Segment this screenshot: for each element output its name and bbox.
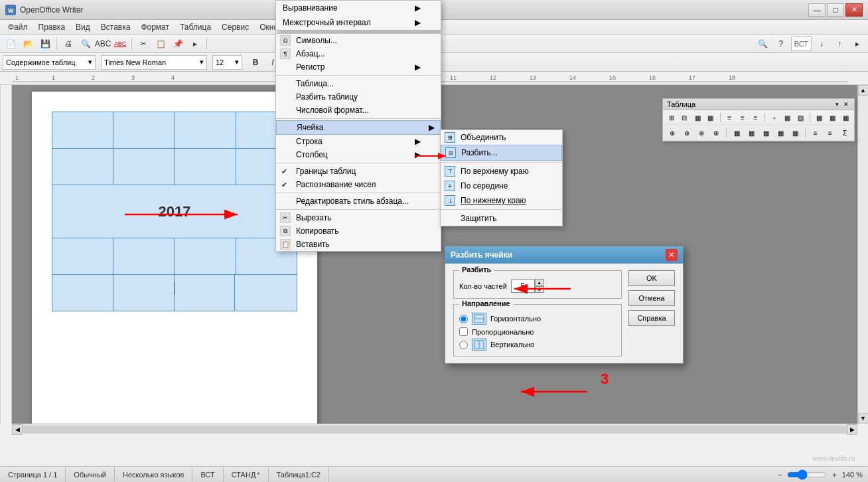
spin-up[interactable]: ▲ <box>535 279 544 285</box>
menu-align[interactable]: Выравнивание ▶ <box>276 1 441 15</box>
tt-collapse[interactable]: ▾ <box>833 100 841 108</box>
tt-row-2[interactable]: ⊕ <box>680 127 693 139</box>
menu-edit[interactable]: Правка <box>33 21 71 33</box>
scroll-right-button[interactable]: ▶ <box>847 424 857 435</box>
spellcheck-button[interactable]: ABC <box>95 37 111 51</box>
tt-col-1[interactable]: ▦ <box>730 127 743 139</box>
preview-button[interactable]: 🔍 <box>78 37 94 51</box>
cell-align-mid[interactable]: ≡ По середине <box>441 179 562 193</box>
more-button[interactable]: ▸ <box>187 37 203 51</box>
cancel-button[interactable]: Отмена <box>628 290 675 306</box>
menu-row[interactable]: Строка ▶ <box>276 135 441 148</box>
tt-btn-1[interactable]: ⊞ <box>666 112 678 123</box>
size-dropdown[interactable]: 12 ▾ <box>212 55 242 70</box>
print-button[interactable]: 🖨 <box>60 37 76 51</box>
spellcheck2-button[interactable]: ABC <box>112 37 128 51</box>
tt-row-3[interactable]: ⊕ <box>695 127 708 139</box>
tt-row-1[interactable]: ⊕ <box>666 127 679 139</box>
tt-align-top[interactable]: ≡ <box>723 112 735 123</box>
cell-align-top[interactable]: ⊤ По верхнему краю <box>441 164 562 179</box>
scroll-left-button[interactable]: ◀ <box>12 424 23 435</box>
menu-insert[interactable]: Вставка <box>96 21 136 33</box>
scroll-down-button[interactable]: ▼ <box>858 413 869 424</box>
tt-more-2[interactable]: ▦ <box>827 112 839 123</box>
bold-button[interactable]: B <box>248 55 263 70</box>
proportional-check[interactable] <box>459 327 468 336</box>
menu-edit-style[interactable]: Редактировать стиль абзаца... <box>276 195 441 208</box>
zoom-slider[interactable] <box>787 469 827 480</box>
cut-button[interactable]: ✂ <box>135 37 151 51</box>
tt-btn-2[interactable]: ⊟ <box>679 112 691 123</box>
tt-borders-2[interactable]: ▦ <box>705 112 717 123</box>
menu-table-props[interactable]: Таблица... <box>276 77 441 90</box>
insert-mode[interactable]: ВСТ <box>192 467 223 482</box>
copy-button[interactable]: 📋 <box>153 37 169 51</box>
paste-button[interactable]: 📌 <box>170 37 186 51</box>
spin-down[interactable]: ▼ <box>535 286 544 293</box>
find-input[interactable]: ВСТ <box>794 40 808 48</box>
menu-format[interactable]: Формат <box>135 21 175 33</box>
find-prev[interactable]: ↑ <box>832 37 847 51</box>
cell-align-bottom[interactable]: ⊥ По нижнему краю <box>441 193 562 208</box>
close-button[interactable]: ✕ <box>845 3 863 17</box>
menu-split-table[interactable]: Разбить таблицу <box>276 90 441 104</box>
tt-more-1[interactable]: ▦ <box>814 112 826 123</box>
tt-col-4[interactable]: ▦ <box>774 127 787 139</box>
menu-column[interactable]: Столбец ▶ <box>276 148 441 161</box>
scroll-up-button[interactable]: ▲ <box>858 85 869 96</box>
menu-paste[interactable]: 📋 Вставить <box>276 238 441 251</box>
cell-merge[interactable]: ⊞ Объединить <box>441 130 562 145</box>
menu-cut[interactable]: ✂ Вырезать <box>276 211 441 224</box>
tt-col-3[interactable]: ▦ <box>759 127 772 139</box>
menu-number-format[interactable]: Числовой формат... <box>276 104 441 117</box>
menu-cell[interactable]: Ячейка ▶ <box>276 120 441 135</box>
zoom-in-icon[interactable]: + <box>832 471 836 479</box>
menu-paragraph[interactable]: ¶ Абзац... <box>276 47 441 60</box>
open-button[interactable]: 📂 <box>20 37 36 51</box>
vertical-scrollbar[interactable]: ▲ ▼ <box>857 85 868 424</box>
save-button[interactable]: 💾 <box>37 37 53 51</box>
style-dropdown[interactable]: Содержимое таблиц ▾ <box>3 55 96 70</box>
menu-borders[interactable]: ✔ Границы таблиц <box>276 165 441 178</box>
menu-tools[interactable]: Сервис <box>216 21 254 33</box>
menu-view[interactable]: Вид <box>70 21 96 33</box>
tt-cell-1[interactable]: ▫ <box>768 112 780 123</box>
tt-close[interactable]: ✕ <box>842 100 850 108</box>
tt-sort-1[interactable]: ≡ <box>809 127 822 139</box>
menu-table[interactable]: Таблица <box>175 21 216 33</box>
horizontal-scrollbar[interactable]: ◀ ▶ <box>12 424 857 434</box>
tt-col-5[interactable]: ▦ <box>788 127 802 139</box>
menu-case[interactable]: Регистр ▶ <box>276 60 441 74</box>
dialog-close-button[interactable]: ✕ <box>666 249 678 261</box>
tt-col-2[interactable]: ▦ <box>745 127 758 139</box>
vertical-radio[interactable] <box>459 341 468 349</box>
minimize-button[interactable]: — <box>808 3 826 17</box>
tt-sort-2[interactable]: ≡ <box>824 127 837 139</box>
tt-cell-3[interactable]: ▨ <box>795 112 807 123</box>
parts-input[interactable] <box>511 280 535 293</box>
tt-borders-1[interactable]: ▦ <box>691 112 703 123</box>
menu-linespacing[interactable]: Межстрочный интервал ▶ <box>276 15 441 30</box>
help-button[interactable]: Справка <box>628 310 675 326</box>
help-button[interactable]: ? <box>773 37 789 51</box>
horizontal-radio[interactable] <box>459 315 468 323</box>
zoom-out-icon[interactable]: − <box>778 471 782 479</box>
font-dropdown[interactable]: Times New Roman ▾ <box>101 55 207 70</box>
new-button[interactable]: 📄 <box>3 37 19 51</box>
find-more[interactable]: ▸ <box>849 37 865 51</box>
menu-file[interactable]: Файл <box>3 21 33 33</box>
cell-protect[interactable]: Защитить <box>441 211 562 226</box>
tt-cell-2[interactable]: ▦ <box>782 112 794 123</box>
tt-sum[interactable]: Σ <box>838 127 851 139</box>
maximize-button[interactable]: □ <box>827 3 844 17</box>
tt-align-mid[interactable]: ≡ <box>737 112 749 123</box>
find-next[interactable]: ↓ <box>814 37 830 51</box>
menu-copy[interactable]: ⧉ Копировать <box>276 224 441 238</box>
cell-split[interactable]: ⊟ Разбить... <box>441 145 562 161</box>
menu-num-recognition[interactable]: ✔ Распознавание чисел <box>276 178 441 191</box>
tt-row-4[interactable]: ⊕ <box>709 127 723 139</box>
tt-more-3[interactable]: ▦ <box>839 112 851 123</box>
ok-button[interactable]: OK <box>628 270 675 286</box>
tt-align-bot[interactable]: ≡ <box>750 112 762 123</box>
menu-symbols[interactable]: Ω Символы... <box>276 34 441 47</box>
